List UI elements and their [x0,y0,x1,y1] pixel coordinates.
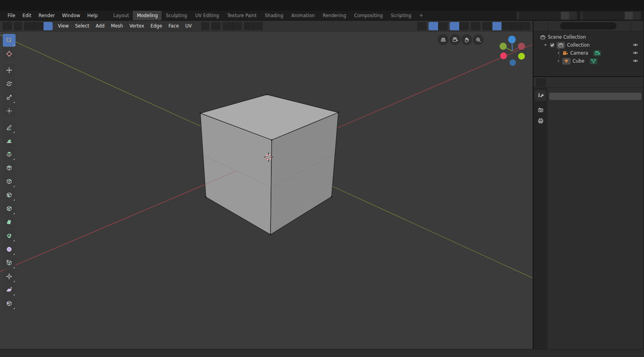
gizmo-x-axis[interactable] [518,43,525,50]
tool-annotate[interactable] [3,121,16,134]
shading-solid-button[interactable] [492,22,502,30]
viewport-menu-vertex[interactable]: Vertex [126,23,147,29]
properties-tab-tool[interactable] [535,90,546,101]
mode-dropdown[interactable] [14,22,22,30]
workspace-tab-shading[interactable]: Shading [261,11,287,20]
viewport-menu-view[interactable]: View [55,23,72,29]
tool-shear[interactable] [3,284,16,296]
zoom-view-button[interactable] [473,34,484,45]
tool-bevel[interactable] [3,175,16,188]
view-layer-remove-button[interactable] [633,12,641,20]
expander-right-icon[interactable] [557,59,561,63]
transform-orientation-dropdown[interactable] [201,22,209,30]
view-layer-name-field[interactable] [583,12,624,20]
tool-transform[interactable] [3,105,16,117]
tool-scale[interactable] [3,91,16,104]
select-mode-edge-button[interactable] [34,22,43,30]
snap-settings-dropdown[interactable] [232,22,242,30]
viewport-menu-edge[interactable]: Edge [147,23,165,29]
outliner-search[interactable] [560,22,616,30]
toggle-grid-button[interactable] [438,34,448,45]
tool-cursor[interactable] [3,47,16,60]
gizmo-y-axis[interactable] [500,43,507,50]
xray-toggle[interactable] [471,22,480,30]
gizmo-y-negative[interactable] [518,53,525,60]
workspace-tab-rendering[interactable]: Rendering [319,11,350,20]
add-workspace-button[interactable]: + [415,11,427,20]
viewport-menu-mesh[interactable]: Mesh [108,23,126,29]
view-layer-copy-button[interactable] [624,12,633,20]
tool-inset[interactable] [3,162,16,174]
proportional-edit-toggle[interactable] [244,22,253,30]
eye-icon[interactable] [632,42,638,48]
tool-move[interactable] [3,64,16,77]
outliner-row-scene-collection[interactable]: Scene Collection [533,33,643,41]
menu-render[interactable]: Render [35,11,59,20]
tool-measure[interactable] [3,134,16,147]
workspace-tab-sculpting[interactable]: Sculpting [162,11,191,20]
pan-view-button[interactable] [461,34,472,45]
overlays-toggle[interactable] [450,22,459,30]
shading-rendered-button[interactable] [511,22,521,30]
select-mode-face-button[interactable] [43,22,53,30]
menu-help[interactable]: Help [84,11,101,20]
tool-spin[interactable] [3,229,16,242]
cube-mesh[interactable] [200,95,338,235]
workspace-tab-compositing[interactable]: Compositing [350,11,387,20]
gizmo-z-axis[interactable] [508,36,516,43]
camera-view-button[interactable] [450,34,460,45]
gizmo-z-negative[interactable] [510,59,516,66]
viewport-menu-select[interactable]: Select [72,23,92,29]
workspace-tab-layout[interactable]: Layout [109,11,133,20]
tool-knife[interactable] [3,202,16,215]
outliner-row-camera[interactable]: Camera [533,49,643,57]
scene-type-button[interactable] [516,12,519,20]
outliner-editor-type-button[interactable] [536,22,546,30]
shading-material-button[interactable] [502,22,511,30]
maximize-button[interactable] [607,0,626,11]
tool-select-box[interactable] [3,34,16,47]
eye-icon[interactable] [632,58,638,64]
search-input[interactable] [564,24,592,28]
close-button[interactable] [626,0,644,11]
tool-loopcut[interactable] [3,189,16,201]
tool-polybuild[interactable] [3,216,16,229]
tool-extrude[interactable] [3,148,16,161]
scene-name-field[interactable] [519,12,561,20]
properties-editor-type-button[interactable] [536,78,546,87]
expander-down-icon[interactable] [543,43,548,47]
editor-type-button[interactable] [2,22,12,30]
outliner-row-collection[interactable]: Collection [533,41,643,49]
object-visibility-dropdown[interactable] [417,22,427,30]
viewport-menu-add[interactable]: Add [93,23,108,29]
menu-file[interactable]: File [4,11,19,20]
scene-unlink-button[interactable] [569,12,577,20]
workspace-tab-uv-editing[interactable]: UV Editing [191,11,223,20]
workspace-tab-animation[interactable]: Animation [287,11,319,20]
workspace-tab-scripting[interactable]: Scripting [387,11,415,20]
tool-shrink-fatten[interactable] [3,270,16,283]
shading-wireframe-button[interactable] [482,22,492,30]
gizmos-toggle[interactable] [429,22,438,30]
select-mode-vertex-button[interactable] [24,22,34,30]
gizmos-dropdown[interactable] [438,22,448,30]
workspace-tab-modeling[interactable]: Modeling [133,11,162,20]
viewport-menu-uv[interactable]: UV [182,23,195,29]
tool-smooth[interactable] [3,243,16,256]
outliner-filter-button[interactable] [620,22,629,30]
tool-rip-region[interactable] [3,297,16,310]
overlays-dropdown[interactable] [459,22,469,30]
snap-toggle-button[interactable] [223,22,232,30]
new-collection-button[interactable] [631,22,640,30]
add-modifier-button[interactable] [549,93,642,100]
outliner-row-cube[interactable]: Cube [533,57,643,65]
collection-checkbox[interactable] [549,42,555,48]
view-layer-type-button[interactable] [580,12,583,20]
shading-dropdown[interactable] [521,22,530,30]
menu-window[interactable]: Window [58,11,83,20]
scene-copy-button[interactable] [561,12,569,20]
tool-edgeslide[interactable] [3,256,16,269]
outliner-display-mode-button[interactable] [547,22,557,30]
viewport-canvas[interactable] [0,32,533,349]
pivot-point-dropdown[interactable] [211,22,221,30]
